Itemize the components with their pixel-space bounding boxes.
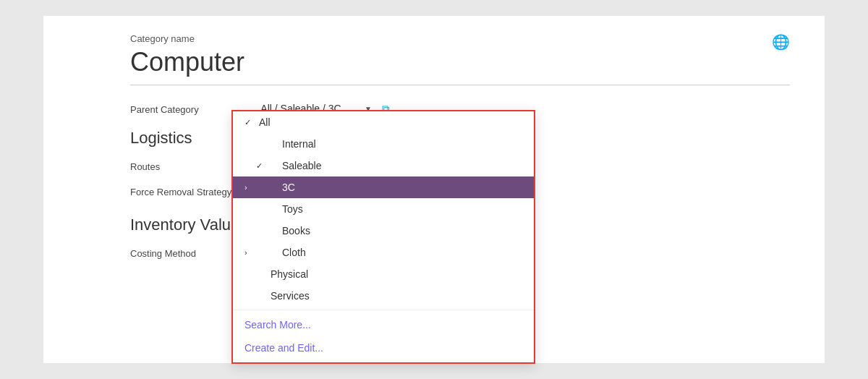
chevron-saleable-icon: ✓ — [256, 161, 265, 171]
dropdown-panel: ✓ All Internal ✓ Saleable › 3C Toys Book… — [231, 110, 535, 364]
dropdown-item-all-label: All — [259, 116, 271, 128]
dropdown-item-cloth[interactable]: › Cloth — [233, 242, 534, 263]
chevron-3c-icon: › — [244, 183, 253, 192]
main-card: 🌐 Category name Computer Parent Category… — [43, 16, 825, 363]
dropdown-item-books-label: Books — [282, 225, 310, 237]
chevron-all-icon: ✓ — [244, 118, 253, 127]
dropdown-item-saleable-label: Saleable — [282, 160, 322, 171]
routes-label: Routes — [130, 161, 246, 172]
costing-label: Costing Method — [130, 248, 246, 259]
category-name-value: Computer — [130, 47, 790, 77]
header-divider — [130, 85, 790, 85]
dropdown-item-3c-label: 3C — [282, 182, 295, 193]
dropdown-item-services[interactable]: Services — [233, 285, 534, 307]
dropdown-item-3c[interactable]: › 3C — [233, 176, 534, 198]
search-more-action[interactable]: Search More... — [233, 313, 534, 336]
dropdown-item-services-label: Services — [271, 290, 310, 302]
globe-icon: 🌐 — [772, 33, 790, 51]
dropdown-item-physical[interactable]: Physical — [233, 263, 534, 285]
dropdown-item-cloth-label: Cloth — [282, 247, 306, 258]
chevron-cloth-icon: › — [244, 248, 253, 257]
dropdown-item-all[interactable]: ✓ All — [233, 111, 534, 133]
dropdown-divider — [233, 310, 534, 310]
dropdown-item-books[interactable]: Books — [233, 220, 534, 242]
dropdown-item-internal[interactable]: Internal — [233, 133, 534, 155]
dropdown-item-toys-label: Toys — [282, 203, 303, 215]
category-name-label: Category name — [130, 33, 790, 44]
dropdown-item-internal-label: Internal — [282, 138, 316, 150]
dropdown-item-physical-label: Physical — [271, 268, 308, 280]
force-removal-label: Force Removal Strategy — [130, 187, 246, 197]
dropdown-item-saleable[interactable]: ✓ Saleable — [233, 155, 534, 176]
dropdown-item-toys[interactable]: Toys — [233, 198, 534, 220]
create-edit-action[interactable]: Create and Edit... — [233, 336, 534, 359]
parent-category-label: Parent Category — [130, 104, 246, 115]
